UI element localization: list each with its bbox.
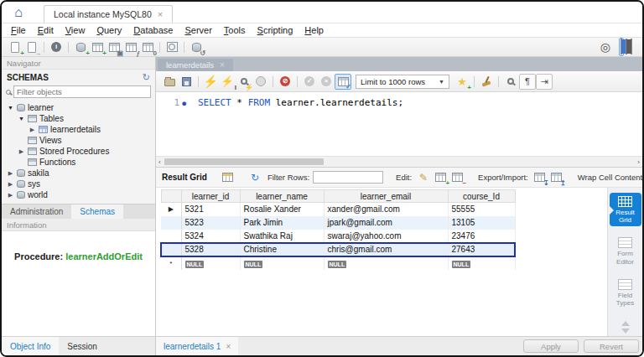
grid-cell[interactable]: Swathika Raj <box>240 230 324 243</box>
save-snippet-icon[interactable]: ★+ <box>454 74 470 90</box>
close-icon[interactable]: × <box>226 342 231 351</box>
tree-item-functions[interactable]: Functions <box>2 157 155 168</box>
import-records-icon[interactable]: ↥ <box>548 169 565 185</box>
chevron-expanded-icon[interactable]: ▼ <box>18 116 25 122</box>
grid-cell[interactable]: chris@gmail.com <box>324 243 448 256</box>
tab-schemas[interactable]: Schemas <box>71 204 123 219</box>
grid-cell[interactable]: Park Jimin <box>240 216 324 230</box>
grid-cell[interactable]: 55555 <box>448 203 515 216</box>
grid-row-3[interactable]: 5328Christinechris@gmail.com27643 <box>161 243 515 256</box>
new-connection-icon[interactable]: + <box>72 39 89 55</box>
column-header-learner-email[interactable]: learner_email <box>324 190 448 203</box>
editor-tab-learnerdetails[interactable]: learnerdetails × <box>158 59 233 71</box>
tab-administration[interactable]: Administration <box>2 204 71 219</box>
row-selector[interactable] <box>161 243 181 256</box>
toggle-right-sidebar-icon[interactable] <box>629 38 634 56</box>
menu-server[interactable]: Server <box>179 25 217 35</box>
grid-cell[interactable]: Rosalie Xander <box>240 203 324 216</box>
chevron-collapsed-icon[interactable]: ▶ <box>7 192 14 199</box>
tree-item-sys[interactable]: ▶sys <box>2 178 155 189</box>
grid-cell[interactable]: 5324 <box>181 230 240 243</box>
create-schema-icon[interactable]: + <box>89 39 106 55</box>
chevron-collapsed-icon[interactable]: ▶ <box>7 170 14 177</box>
panel-resize-chevrons[interactable] <box>621 317 630 338</box>
revert-button[interactable]: Revert <box>584 339 639 353</box>
result-tab-learnerdetails-1[interactable]: learnerdetails 1 × <box>156 337 238 355</box>
add-row-icon[interactable]: + <box>432 169 449 185</box>
filter-objects-input[interactable] <box>13 85 151 98</box>
grid-cell[interactable]: 5323 <box>181 216 240 230</box>
explain-plan-icon[interactable]: ⚡ <box>236 74 252 90</box>
menu-database[interactable]: Database <box>127 25 179 35</box>
commit-icon[interactable]: ✓ <box>301 74 318 90</box>
show-invisibles-icon[interactable]: ¶ <box>519 74 536 90</box>
toggle-autocommit-icon[interactable]: ✓ <box>335 74 351 90</box>
create-view-icon[interactable]: ƒ <box>122 39 139 55</box>
grid-options-icon[interactable] <box>220 169 236 185</box>
menu-scripting[interactable]: Scripting <box>252 25 299 35</box>
execute-query-icon[interactable]: ⚡ <box>202 74 219 90</box>
tree-item-tables[interactable]: ▼Tables <box>2 113 155 124</box>
sql-editor[interactable]: 1● SELECT * FROM learner.learnerdetails; <box>156 92 642 156</box>
grid-cell[interactable]: 5328 <box>181 243 240 256</box>
column-header-course-id[interactable]: course_Id <box>448 190 515 203</box>
scrollbar-thumb[interactable] <box>164 158 324 165</box>
grid-cell[interactable]: 5321 <box>181 203 240 216</box>
chevron-expanded-icon[interactable]: ▼ <box>7 105 14 111</box>
refresh-schemas-icon[interactable]: ↻ <box>143 72 150 83</box>
create-table-icon[interactable]: ▣ <box>106 39 122 55</box>
tab-session[interactable]: Session <box>59 337 106 355</box>
execute-current-statement-icon[interactable]: ⚡I <box>219 74 236 90</box>
grid-cell[interactable]: Christine <box>240 243 324 256</box>
chevron-up-icon[interactable] <box>621 317 630 326</box>
connection-tab[interactable]: Local instance MySQL80 × <box>44 5 173 23</box>
grid-cell[interactable]: 23476 <box>448 230 515 243</box>
close-icon[interactable]: × <box>158 9 163 19</box>
horizontal-scrollbar[interactable]: ‹ › <box>156 156 642 167</box>
menu-view[interactable]: View <box>60 25 91 35</box>
scroll-left-icon[interactable]: ‹ <box>158 158 161 166</box>
grid-cell[interactable]: swaraj@yahoo.com <box>324 230 448 243</box>
toggle-stop-on-error-icon[interactable]: ⊘ <box>277 74 293 90</box>
edit-record-icon[interactable]: ✎ <box>415 169 432 185</box>
home-icon[interactable]: ⌂ <box>7 6 30 19</box>
account-icon[interactable]: ◎ <box>600 40 610 54</box>
tree-item-sakila[interactable]: ▶sakila <box>2 168 155 178</box>
column-header-learner-id[interactable]: learner_id <box>181 190 240 203</box>
row-selector[interactable] <box>161 216 181 230</box>
tree-item-learner[interactable]: ▼learner <box>2 102 155 113</box>
tree-item-views[interactable]: Views <box>2 135 155 146</box>
refresh-grid-icon[interactable]: ↻ <box>247 169 263 185</box>
export-recordset-icon[interactable]: ↧ <box>532 169 548 185</box>
grid-cell[interactable]: NULL <box>324 256 448 270</box>
open-script-icon[interactable] <box>161 74 178 90</box>
close-icon[interactable]: × <box>220 60 225 70</box>
menu-tools[interactable]: Tools <box>218 25 252 35</box>
grid-cell[interactable]: NULL <box>181 256 240 270</box>
tree-item-world[interactable]: ▶world <box>2 189 155 200</box>
side-button-result-grid[interactable]: Result Grid <box>610 193 641 226</box>
grid-cell[interactable]: 27643 <box>448 243 515 256</box>
tab-object-info[interactable]: Object Info <box>2 337 59 355</box>
row-selector[interactable]: * <box>161 256 181 270</box>
chevron-collapsed-icon[interactable]: ▶ <box>29 127 36 133</box>
grid-cell[interactable]: NULL <box>240 256 324 270</box>
grid-cell[interactable]: 13105 <box>448 216 515 230</box>
menu-edit[interactable]: Edit <box>32 25 60 35</box>
rollback-icon[interactable]: × <box>318 74 335 90</box>
chevron-collapsed-icon[interactable]: ▶ <box>7 181 14 188</box>
open-sql-script-icon[interactable]: → <box>23 39 40 55</box>
create-procedure-icon[interactable]: 0 <box>139 39 156 55</box>
wrap-text-icon[interactable]: ⇥ <box>536 74 553 90</box>
scroll-right-icon[interactable]: › <box>637 158 640 166</box>
menu-file[interactable]: File <box>5 25 32 35</box>
delete-row-icon[interactable]: − <box>449 169 465 185</box>
side-button-field-types[interactable]: Field Types <box>610 276 641 309</box>
apply-button[interactable]: Apply <box>523 339 579 353</box>
chevron-collapsed-icon[interactable]: ▶ <box>18 148 25 155</box>
grid-row-1[interactable]: 5323Park Jiminjpark@gmail.com13105 <box>161 216 515 230</box>
find-icon[interactable] <box>502 74 519 90</box>
beautify-query-icon[interactable] <box>478 74 495 90</box>
column-header-learner-name[interactable]: learner_name <box>240 190 324 203</box>
server-status-icon[interactable]: i <box>48 39 65 55</box>
